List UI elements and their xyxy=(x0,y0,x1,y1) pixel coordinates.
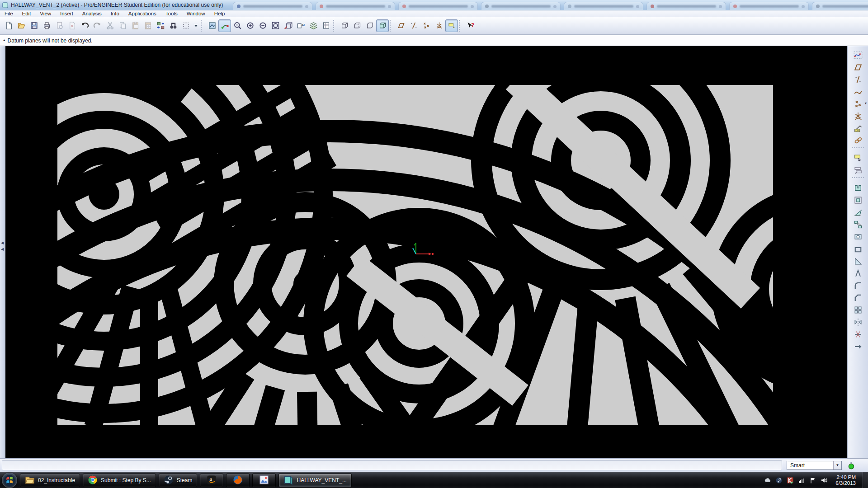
shaded-icon[interactable] xyxy=(376,19,389,32)
sketch-tool-icon[interactable] xyxy=(852,122,864,134)
datum-point-tool-icon[interactable]: ▼ xyxy=(852,98,864,110)
annotation-display-icon[interactable] xyxy=(445,19,458,32)
regenerate-icon[interactable] xyxy=(154,19,167,32)
no-hidden-icon[interactable] xyxy=(363,19,376,32)
orient-mode-icon[interactable] xyxy=(231,19,244,32)
trim-tool-icon[interactable] xyxy=(852,328,864,340)
gtol-tool-icon[interactable] xyxy=(852,164,864,176)
saved-views-icon[interactable] xyxy=(282,19,294,32)
selection-filter-icon[interactable] xyxy=(179,19,192,32)
svg-text:AB: AB xyxy=(301,23,305,27)
selection-filter-combo[interactable]: Smart ▼ xyxy=(787,461,842,470)
datum-axis-tool-icon[interactable] xyxy=(852,73,864,85)
zoom-out-icon[interactable] xyxy=(256,19,269,32)
cloud-icon[interactable] xyxy=(764,477,771,484)
menu-file[interactable]: File xyxy=(0,11,18,16)
toolbar-separator xyxy=(333,20,337,32)
sash-collapse-icon[interactable]: ◀ xyxy=(1,248,4,251)
refit-icon[interactable] xyxy=(269,19,282,32)
hole-tool-icon[interactable] xyxy=(852,230,864,243)
mirror-tool-icon[interactable] xyxy=(852,316,864,328)
antivirus-icon[interactable] xyxy=(787,477,794,484)
pattern-tool-icon[interactable] xyxy=(852,304,864,316)
new-file-icon[interactable] xyxy=(2,19,15,32)
taskbar-clock[interactable]: 2:40 PM 6/3/2013 xyxy=(835,474,856,486)
message-text: Datum planes will not be displayed. xyxy=(8,38,93,44)
note-tool-icon[interactable] xyxy=(852,152,864,164)
chevron-down-icon[interactable]: ▼ xyxy=(864,102,868,105)
action-center-icon[interactable] xyxy=(809,477,816,484)
ghost-browser-tab xyxy=(481,2,561,10)
menu-window[interactable]: Window xyxy=(182,11,210,16)
layers-icon[interactable] xyxy=(307,19,320,32)
undo-icon[interactable] xyxy=(78,19,91,32)
taskbar-button-amazon-icon[interactable]: a xyxy=(200,474,223,487)
menu-insert[interactable]: Insert xyxy=(56,11,78,16)
wireframe-icon[interactable] xyxy=(338,19,351,32)
network-icon[interactable] xyxy=(798,477,805,484)
volume-icon[interactable] xyxy=(821,477,828,484)
blend-tool-icon[interactable] xyxy=(852,218,864,230)
navigator-sash[interactable]: ◀ ◀ xyxy=(0,46,5,458)
feature-toolbar: ▼ xyxy=(847,46,868,458)
chevron-down-icon[interactable]: ▼ xyxy=(833,461,841,469)
print-icon[interactable] xyxy=(40,19,53,32)
graphics-canvas[interactable] xyxy=(5,46,847,458)
menu-analysis[interactable]: Analysis xyxy=(78,11,106,16)
menu-tools[interactable]: Tools xyxy=(161,11,182,16)
taskbar-button-steam[interactable]: Steam xyxy=(159,474,198,487)
menu-applications[interactable]: Applications xyxy=(124,11,161,16)
copy-geometry-icon[interactable] xyxy=(852,134,864,146)
taskbar-button-hallway-vent[interactable]: HALLWAY_VENT_... xyxy=(278,474,351,487)
menu-view[interactable]: View xyxy=(35,11,56,16)
model-status-light-icon xyxy=(847,461,855,469)
sash-collapse-icon[interactable]: ◀ xyxy=(1,241,4,245)
menu-help[interactable]: Help xyxy=(210,11,230,16)
style-tool-icon[interactable] xyxy=(852,49,864,61)
taskbar-button-02-instructable[interactable]: 02_Instructable xyxy=(20,474,80,487)
zoom-in-icon[interactable] xyxy=(244,19,256,32)
datum-plane-display-icon[interactable] xyxy=(395,19,407,32)
chamfer-tool-icon[interactable] xyxy=(852,291,864,304)
datum-axis-display-icon[interactable] xyxy=(407,19,420,32)
desktop: { "window": { "title": "HALLWAY_VENT_2 (… xyxy=(0,0,868,488)
open-file-icon[interactable] xyxy=(15,19,28,32)
sweep-tool-icon[interactable] xyxy=(852,206,864,218)
curve-tool-icon[interactable] xyxy=(852,85,864,98)
save-icon[interactable] xyxy=(28,19,40,32)
context-help-icon[interactable]: ? xyxy=(464,19,476,32)
status-bar: Smart ▼ xyxy=(0,458,868,472)
dropdown-arrow-icon[interactable] xyxy=(192,19,200,32)
hidden-line-icon[interactable] xyxy=(351,19,363,32)
revolve-tool-icon[interactable] xyxy=(852,194,864,206)
start-button[interactable] xyxy=(2,473,17,488)
extend-tool-icon[interactable] xyxy=(852,340,864,352)
redraw-icon[interactable] xyxy=(206,19,218,32)
view-manager-icon[interactable] xyxy=(320,19,332,32)
taskbar-button-firefox-icon[interactable] xyxy=(226,474,250,487)
toolbar-separator xyxy=(390,20,394,32)
spin-center-icon[interactable] xyxy=(218,19,231,32)
extrude-tool-icon[interactable] xyxy=(852,182,864,194)
proe-part-icon xyxy=(283,475,293,486)
shell-tool-icon[interactable] xyxy=(852,243,864,255)
csys-display-icon[interactable] xyxy=(433,19,445,32)
taskbar-button-image-editor-icon[interactable] xyxy=(252,474,276,487)
steam-tray-icon[interactable] xyxy=(775,477,783,484)
menu-info[interactable]: Info xyxy=(106,11,124,16)
toolbar-separator xyxy=(852,177,864,181)
annotation-orient-icon[interactable]: AB xyxy=(294,19,307,32)
round-tool-icon[interactable] xyxy=(852,279,864,291)
datum-plane-tool-icon[interactable] xyxy=(852,61,864,73)
draft-tool-icon[interactable] xyxy=(852,267,864,279)
toolbar-separator xyxy=(852,147,864,151)
csys-tool-icon[interactable] xyxy=(852,110,864,122)
rib-tool-icon[interactable] xyxy=(852,255,864,267)
find-icon[interactable] xyxy=(167,19,179,32)
vent-part-drawing xyxy=(5,46,847,458)
main-toolbar: AB? xyxy=(0,17,868,35)
menu-edit[interactable]: Edit xyxy=(18,11,36,16)
show-desktop-button[interactable] xyxy=(863,472,868,488)
taskbar-button-submit-step-by-s[interactable]: Submit : Step By S... xyxy=(83,474,156,487)
datum-point-display-icon[interactable] xyxy=(420,19,433,32)
